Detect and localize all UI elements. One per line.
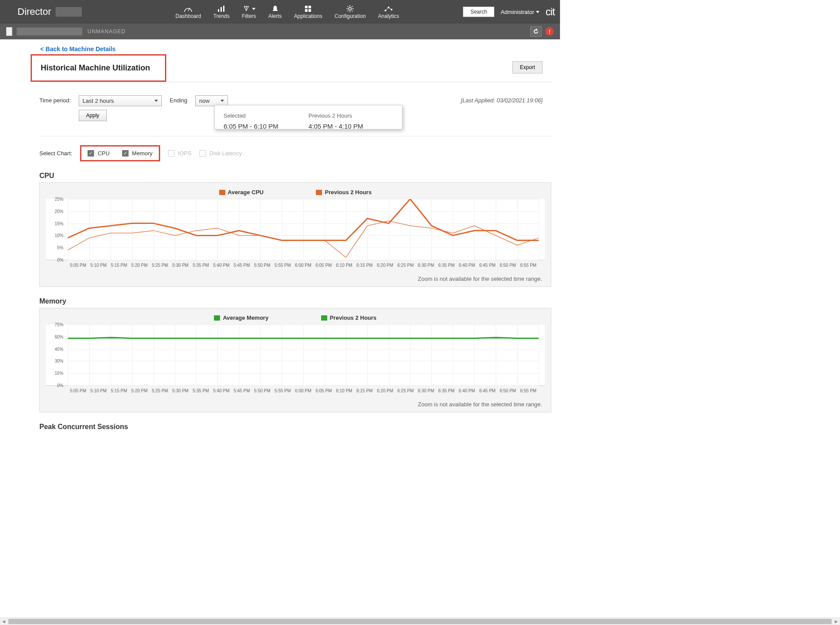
svg-line-20 — [352, 10, 353, 11]
x-tick-label: 5:20 PM — [129, 388, 150, 393]
svg-rect-1 — [218, 9, 219, 12]
nav-filters[interactable]: Filters — [236, 2, 262, 22]
nav-label: Analytics — [378, 13, 399, 19]
brand: Director — [18, 6, 51, 17]
top-nav: Director Dashboard Trends Filters Alerts… — [0, 0, 560, 24]
x-tick-label: 6:05 PM — [313, 388, 334, 393]
x-tick-label: 5:30 PM — [170, 388, 191, 393]
legend-swatch-icon — [321, 315, 327, 321]
x-tick-label: 6:25 PM — [396, 263, 416, 268]
popover-prev-head: Previous 2 Hours — [308, 112, 393, 119]
y-tick-label: 0% — [57, 258, 63, 262]
legend-item: Average Memory — [214, 314, 268, 321]
x-tick-label: 6:10 PM — [334, 388, 354, 393]
y-tick-label: 20% — [55, 209, 63, 213]
time-period-select[interactable]: Last 2 hours — [79, 95, 162, 106]
gear-icon — [346, 4, 354, 13]
apply-button[interactable]: Apply — [79, 110, 107, 121]
legend-label: Previous 2 Hours — [330, 314, 377, 321]
nav-label: Configuration — [335, 13, 366, 19]
title-row: Historical Machine Utilization Export — [9, 52, 551, 82]
chevron-down-icon — [220, 100, 224, 102]
x-tick-label: 6:30 PM — [416, 388, 436, 393]
x-tick-label: 5:40 PM — [211, 263, 231, 268]
back-link[interactable]: < Back to Machine Details — [40, 45, 551, 52]
legend-item: Previous 2 Hours — [316, 189, 371, 196]
alert-badge[interactable]: ! — [545, 27, 554, 36]
bar-chart-icon — [217, 4, 225, 13]
cpu-label: CPU — [98, 150, 109, 157]
nav-alerts[interactable]: Alerts — [262, 2, 288, 22]
svg-line-27 — [389, 8, 391, 9]
plot-area — [68, 325, 539, 385]
nav-label: Trends — [214, 13, 230, 19]
page-title: Historical Machine Utilization — [41, 63, 150, 73]
x-tick-label: 5:55 PM — [273, 263, 293, 268]
x-tick-label: 5:30 PM — [170, 263, 191, 268]
svg-rect-11 — [308, 6, 311, 8]
legend-label: Average Memory — [223, 314, 268, 321]
chevron-down-icon — [154, 100, 158, 102]
x-tick-label: 6:55 PM — [518, 388, 539, 393]
filter-icon — [242, 4, 256, 13]
x-tick-label: 6:45 PM — [477, 388, 498, 393]
x-tick-label: 6:20 PM — [375, 263, 396, 268]
chart-checkbox-highlight: ✓ CPU ✓ Memory — [80, 145, 160, 161]
x-tick-label: 6:25 PM — [396, 388, 416, 393]
memory-checkbox[interactable]: ✓ Memory — [122, 150, 153, 157]
iops-label: IOPS — [178, 150, 192, 157]
nav-configuration[interactable]: Configuration — [329, 2, 372, 22]
nav-applications[interactable]: Applications — [288, 2, 329, 22]
x-tick-label: 6:20 PM — [375, 388, 396, 393]
svg-line-26 — [386, 8, 388, 10]
x-tick-label: 6:05 PM — [313, 263, 334, 268]
svg-rect-2 — [220, 7, 222, 12]
x-tick-label: 6:55 PM — [518, 263, 539, 268]
svg-line-8 — [245, 7, 246, 11]
x-tick-label: 6:00 PM — [293, 388, 314, 393]
sessions-section: Peak Concurrent Sessions — [39, 423, 551, 431]
nav-label: Applications — [294, 13, 322, 19]
x-tick-label: 6:50 PM — [497, 263, 518, 268]
x-tick-label: 6:30 PM — [416, 263, 436, 268]
sessions-title: Peak Concurrent Sessions — [39, 423, 551, 431]
legend-item: Average CPU — [219, 189, 264, 196]
search-button[interactable]: Search — [463, 7, 494, 17]
popover-selected-val: 6:05 PM - 6:10 PM — [224, 122, 308, 129]
x-tick-label: 5:50 PM — [252, 388, 273, 393]
y-tick-label: 60% — [55, 334, 63, 339]
machine-status: UNMANAGED — [88, 28, 126, 35]
nav-analytics[interactable]: Analytics — [372, 2, 405, 22]
latency-label: Disk Latency — [210, 150, 242, 157]
nav-dashboard[interactable]: Dashboard — [169, 2, 207, 22]
bell-icon — [272, 4, 279, 13]
y-tick-label: 10% — [55, 233, 63, 238]
checkbox-checked-icon: ✓ — [88, 150, 94, 157]
x-tick-label: 5:35 PM — [191, 388, 211, 393]
memory-label: Memory — [132, 150, 153, 157]
divider — [39, 136, 551, 136]
gauge-icon — [184, 4, 192, 13]
popover-prev-val: 4:05 PM - 4:10 PM — [308, 122, 393, 129]
cpu-checkbox[interactable]: ✓ CPU — [88, 150, 109, 157]
x-tick-label: 6:35 PM — [436, 388, 457, 393]
select-chart-label: Select Chart: — [39, 150, 72, 157]
chart-plot: 0%5%10%15%20%25% — [46, 199, 545, 260]
chart-legend: Average MemoryPrevious 2 Hours — [46, 314, 545, 321]
refresh-button[interactable] — [530, 26, 542, 37]
nav-trends[interactable]: Trends — [207, 2, 236, 22]
brand-logo-box — [56, 7, 82, 17]
nav-label: Alerts — [268, 13, 282, 19]
x-tick-label: 5:15 PM — [109, 388, 130, 393]
admin-menu[interactable]: Administrator — [500, 9, 539, 15]
x-tick-label: 6:40 PM — [457, 263, 477, 268]
y-tick-label: 75% — [55, 322, 63, 327]
x-tick-label: 5:40 PM — [211, 388, 231, 393]
vendor-logo: cit — [546, 6, 555, 18]
export-button[interactable]: Export — [512, 61, 542, 73]
chart-cpu: CPUAverage CPUPrevious 2 Hours0%5%10%15%… — [39, 172, 551, 287]
x-tick-label: 5:55 PM — [273, 388, 293, 393]
y-tick-label: 0% — [57, 383, 63, 388]
x-tick-label: 6:10 PM — [334, 263, 354, 268]
svg-rect-3 — [223, 6, 224, 12]
